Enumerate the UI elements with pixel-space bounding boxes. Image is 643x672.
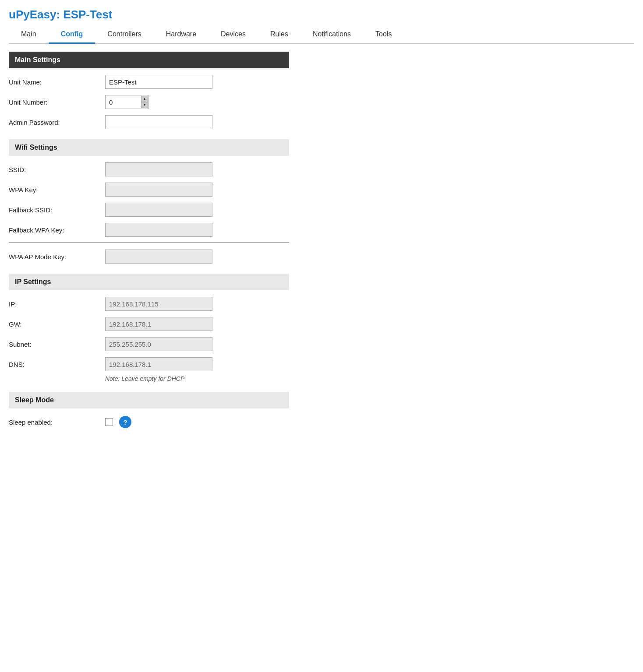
tab-main[interactable]: Main <box>9 26 49 44</box>
label-gw: GW: <box>9 320 105 328</box>
form-row-dns: DNS: <box>9 357 634 372</box>
input-fallback-wpa-key <box>105 223 212 237</box>
label-wpa-key: WPA Key: <box>9 186 105 194</box>
form-row-wpa-ap-mode-key: WPA AP Mode Key: <box>9 249 634 264</box>
app-header: uPyEasy: ESP-Test MainConfigControllersH… <box>0 0 643 44</box>
form-row-admin-password: Admin Password: <box>9 115 634 130</box>
input-gw <box>105 317 212 331</box>
number-wrapper-unit-number: ▲▼ <box>105 95 149 109</box>
spinner-down-unit-number[interactable]: ▼ <box>141 102 148 108</box>
input-dns <box>105 357 212 371</box>
tab-config[interactable]: Config <box>49 26 95 44</box>
nav-tabs: MainConfigControllersHardwareDevicesRule… <box>9 26 634 44</box>
input-sleep-enabled[interactable] <box>105 418 113 426</box>
form-row-ip: IP: <box>9 296 634 311</box>
tab-tools[interactable]: Tools <box>363 26 404 44</box>
tab-notifications[interactable]: Notifications <box>300 26 363 44</box>
tab-hardware[interactable]: Hardware <box>154 26 208 44</box>
input-admin-password[interactable] <box>105 115 212 129</box>
form-row-unit-number: Unit Number:▲▼ <box>9 95 634 109</box>
form-row-ssid: SSID: <box>9 162 634 177</box>
wifi-settings-header: Wifi Settings <box>9 139 289 156</box>
form-row-unit-name: Unit Name: <box>9 74 634 89</box>
input-subnet <box>105 337 212 351</box>
label-subnet: Subnet: <box>9 341 105 348</box>
label-sleep-enabled: Sleep enabled: <box>9 419 105 426</box>
input-ip <box>105 297 212 311</box>
main-content: Main Settings Unit Name:Unit Number:▲▼Ad… <box>0 44 643 447</box>
form-row-wpa-key: WPA Key: <box>9 182 634 197</box>
sleep-mode-section: Sleep Mode Sleep enabled:? <box>9 392 634 429</box>
main-settings-section: Main Settings Unit Name:Unit Number:▲▼Ad… <box>9 52 634 130</box>
label-admin-password: Admin Password: <box>9 119 105 126</box>
label-wpa-ap-mode-key: WPA AP Mode Key: <box>9 253 105 260</box>
form-row-subnet: Subnet: <box>9 337 634 352</box>
label-ip: IP: <box>9 300 105 308</box>
ip-note: Note: Leave empty for DHCP <box>105 375 634 382</box>
sleep-mode-header: Sleep Mode <box>9 392 289 408</box>
wifi-divider <box>9 243 289 243</box>
form-row-fallback-wpa-key: Fallback WPA Key: <box>9 222 634 237</box>
input-wpa-key <box>105 183 212 197</box>
label-fallback-ssid: Fallback SSID: <box>9 206 105 214</box>
input-ssid <box>105 162 212 176</box>
form-row-sleep-enabled: Sleep enabled:? <box>9 415 634 429</box>
ip-settings-section: IP Settings IP:GW:Subnet:DNS: Note: Leav… <box>9 274 634 382</box>
input-fallback-ssid <box>105 203 212 217</box>
label-unit-number: Unit Number: <box>9 99 105 106</box>
app-title: uPyEasy: ESP-Test <box>9 8 634 21</box>
tab-devices[interactable]: Devices <box>208 26 258 44</box>
spinner-up-unit-number[interactable]: ▲ <box>141 96 148 102</box>
main-settings-header: Main Settings <box>9 52 289 68</box>
tab-rules[interactable]: Rules <box>258 26 300 44</box>
label-ssid: SSID: <box>9 166 105 173</box>
help-button[interactable]: ? <box>119 416 131 428</box>
input-wpa-ap-mode-key <box>105 250 212 264</box>
label-fallback-wpa-key: Fallback WPA Key: <box>9 226 105 234</box>
ip-settings-header: IP Settings <box>9 274 289 290</box>
label-dns: DNS: <box>9 361 105 368</box>
wifi-settings-section: Wifi Settings SSID:WPA Key:Fallback SSID… <box>9 139 634 264</box>
label-unit-name: Unit Name: <box>9 78 105 86</box>
spinner-btns-unit-number: ▲▼ <box>141 96 148 108</box>
form-row-fallback-ssid: Fallback SSID: <box>9 202 634 217</box>
tab-controllers[interactable]: Controllers <box>95 26 153 44</box>
form-row-gw: GW: <box>9 317 634 331</box>
input-unit-name[interactable] <box>105 75 212 89</box>
